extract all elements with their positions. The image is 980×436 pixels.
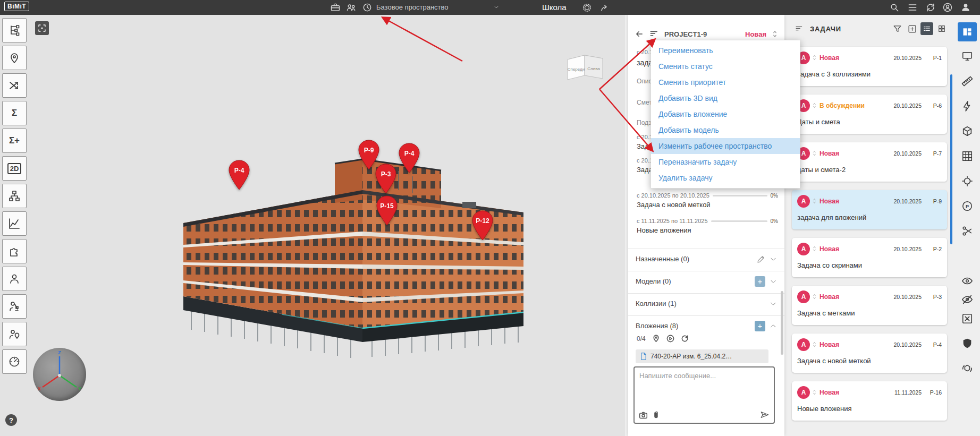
section-cut-button[interactable]	[958, 221, 977, 241]
chevron-down-icon[interactable]	[493, 4, 500, 10]
map-pin[interactable]: P-4	[398, 142, 421, 173]
subtask-row[interactable]: с 11.11.2025 по 11.11.20250% Новые вложе…	[637, 218, 778, 234]
history-button[interactable]	[361, 2, 373, 13]
users-button[interactable]	[2, 267, 27, 291]
add-task-button[interactable]	[906, 22, 918, 35]
list-view-button[interactable]	[920, 22, 933, 35]
user-button[interactable]	[960, 2, 971, 13]
user-tasks-button[interactable]	[2, 294, 27, 319]
menu-item-rename[interactable]: Переименовать	[651, 42, 800, 58]
clash-check-button[interactable]	[2, 73, 27, 98]
section-models[interactable]: Модели (0) +	[628, 271, 784, 291]
map-pin[interactable]: P-12	[471, 210, 494, 241]
view-cube[interactable]: Спереди Слева	[564, 51, 606, 84]
sum-add-button[interactable]: Σ+	[2, 129, 27, 153]
charts-button[interactable]	[2, 211, 27, 236]
screenshot-button[interactable]	[958, 47, 977, 66]
model-update-button[interactable]	[958, 359, 977, 378]
orientation-gizmo[interactable]: Z X Y	[33, 348, 86, 401]
chevron-down-icon[interactable]	[770, 300, 777, 307]
chevron-up-icon[interactable]	[770, 322, 777, 330]
help-button[interactable]: ?	[5, 414, 17, 426]
task-card[interactable]: A Новая 20.10.2025 P-2 Задача со скринам…	[792, 238, 947, 277]
protection-button[interactable]	[958, 334, 977, 353]
sum-button[interactable]: Σ	[2, 101, 27, 125]
structure-button[interactable]	[2, 184, 27, 208]
dashboard-button[interactable]	[2, 349, 27, 374]
task-card[interactable]: A Новая 11.11.2025 P-16 Новые вложения	[792, 381, 947, 421]
menu-list-button[interactable]	[907, 2, 918, 13]
chevron-down-icon[interactable]	[770, 278, 777, 285]
attach-file-button[interactable]	[652, 411, 661, 420]
grid-view-button[interactable]	[935, 22, 948, 35]
workspace-dropdown[interactable]: Базовое пространство	[376, 3, 449, 11]
menu-item-delete-task[interactable]: Удалить задачу	[651, 170, 800, 186]
pin-select-button[interactable]	[2, 46, 27, 70]
plugins-button[interactable]	[2, 239, 27, 263]
map-pin[interactable]: P-15	[375, 195, 399, 226]
show-button[interactable]	[958, 271, 977, 290]
attachment-item[interactable]: 740-20-АР изм. 6_25.04.2…	[636, 349, 768, 363]
sync-button[interactable]	[925, 2, 936, 13]
menu-item-change-status[interactable]: Сменить статус	[651, 58, 800, 74]
gizmo-y-label: Y	[78, 386, 81, 391]
clash-button[interactable]	[958, 97, 977, 116]
back-button[interactable]	[635, 29, 644, 39]
play-button[interactable]	[666, 335, 674, 343]
tasks-scrollbar[interactable]	[950, 74, 952, 244]
account-button[interactable]	[942, 2, 953, 13]
menu-item-add-model[interactable]: Добавить модель	[651, 122, 800, 138]
hide-button[interactable]	[958, 290, 977, 309]
task-card-selected[interactable]: A Новая 20.10.2025 P-9 задача для вложен…	[792, 190, 947, 229]
settings-button[interactable]	[581, 2, 593, 13]
shield-icon	[961, 338, 973, 349]
filter-button[interactable]	[891, 22, 903, 35]
task-card[interactable]: A В обсуждении 20.10.2025 P-6 Даты и сме…	[792, 95, 947, 134]
subtask-row[interactable]: с 20.10.2025 по 20.10.20250% Задача с но…	[637, 192, 778, 209]
tasks-menu-button[interactable]	[793, 22, 806, 35]
chevron-down-icon[interactable]	[770, 255, 777, 263]
detail-scrollbar[interactable]	[781, 291, 783, 355]
edit-button[interactable]	[757, 255, 765, 263]
task-card[interactable]: A Новая 20.10.2025 P-3 Задача с метками	[792, 286, 947, 325]
grid-button[interactable]	[958, 147, 977, 166]
section-box-button[interactable]	[958, 122, 977, 141]
locate-button[interactable]	[958, 172, 977, 191]
message-input[interactable]	[635, 367, 774, 401]
two-d-view-button[interactable]: 2D	[2, 156, 27, 181]
section-collisions[interactable]: Коллизии (1)	[628, 293, 784, 313]
team-button[interactable]	[345, 2, 357, 13]
send-button[interactable]	[760, 410, 770, 420]
user-location-button[interactable]	[2, 322, 27, 346]
measure-button[interactable]	[958, 72, 977, 91]
task-card[interactable]: A Новая 20.10.2025 P-7 даты и смета-2	[792, 142, 947, 182]
workspace-panels-button[interactable]	[958, 22, 977, 41]
task-card[interactable]: A Новая 20.10.2025 P-4 Задача с новой ме…	[792, 334, 947, 373]
share-button[interactable]	[598, 2, 610, 13]
menu-item-add-attachment[interactable]: Добавить вложение	[651, 106, 800, 122]
section-assigned[interactable]: Назначенные (0)	[628, 249, 784, 269]
menu-item-add-3d-view[interactable]: Добавить 3D вид	[651, 90, 800, 106]
task-menu-button[interactable]	[649, 29, 659, 39]
model-tree-button[interactable]	[2, 18, 27, 42]
points-button[interactable]: P	[958, 196, 977, 216]
add-model-button[interactable]: +	[755, 276, 765, 287]
map-pin[interactable]: P-4	[227, 159, 251, 190]
lightning-icon	[961, 100, 973, 112]
task-card[interactable]: A Новая 20.10.2025 P-1 задача с 3 коллиз…	[792, 47, 947, 86]
menu-item-reassign-task[interactable]: Переназначить задачу	[651, 154, 800, 170]
menu-item-change-priority[interactable]: Сменить приоритет	[651, 74, 800, 90]
map-pin[interactable]: P-3	[374, 163, 398, 194]
filter-pins-button[interactable]	[652, 335, 660, 343]
clear-selection-button[interactable]	[958, 309, 977, 328]
task-status-badge[interactable]: Новая	[745, 30, 766, 38]
section-attachments[interactable]: Вложения (8) +	[628, 315, 784, 336]
fit-view-button[interactable]	[35, 21, 49, 35]
menu-item-change-workspace[interactable]: Изменить рабочее пространство	[651, 138, 800, 154]
add-attachment-button[interactable]: +	[755, 321, 765, 331]
camera-button[interactable]	[639, 411, 648, 420]
priority-arrows-icon[interactable]	[772, 30, 778, 38]
search-button[interactable]	[889, 2, 900, 13]
refresh-button[interactable]	[681, 335, 689, 343]
projects-button[interactable]	[330, 2, 341, 13]
